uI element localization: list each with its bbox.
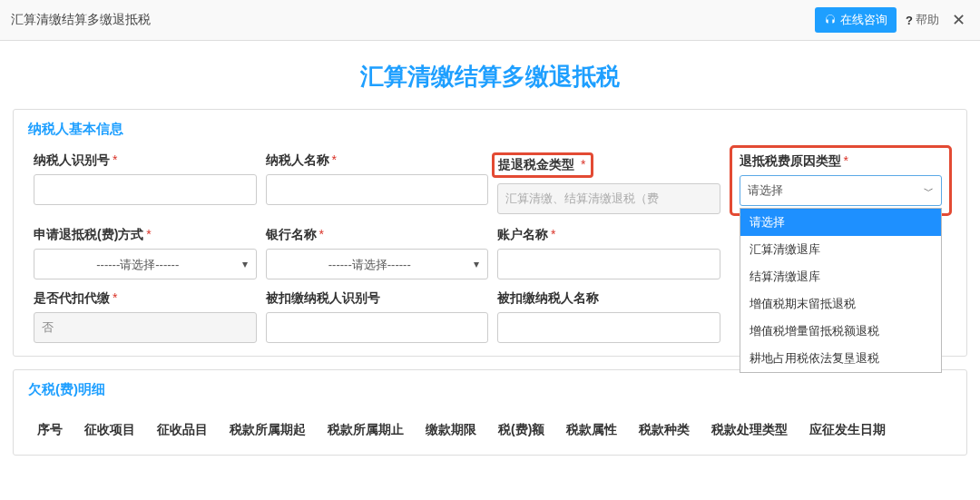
th-levy-item: 征收项目 — [74, 417, 146, 444]
refund-reason-dropdown: 请选择 汇算清缴退库 结算清缴退库 增值税期末留抵退税 增值税增量留抵税额退税 … — [740, 208, 943, 373]
dropdown-option[interactable]: 请选择 — [740, 209, 942, 236]
bank-name-select[interactable]: ------请选择------ — [266, 249, 489, 279]
question-mark-icon: ? — [906, 14, 913, 27]
th-period-end: 税款所属期止 — [317, 417, 415, 444]
withhold-id-label: 被扣缴纳税人识别号 — [266, 290, 489, 307]
refund-tax-type-label: 提退税金类型 * — [492, 152, 593, 178]
withhold-name-input[interactable] — [497, 312, 720, 343]
refund-reason-type-col: 退抵税费原因类型* 请选择 ﹀ 请选择 汇算清缴退库 结算清缴退库 增值税期末留… — [730, 152, 953, 216]
form-row-1: 纳税人识别号* 纳税人名称* 提退税金类型 * 退抵税费原因类型* 请选择 ﹀ … — [14, 147, 966, 221]
titlebar-actions: 在线咨询 ? 帮助 ✕ — [815, 7, 969, 33]
headset-icon — [824, 14, 837, 26]
close-icon[interactable]: ✕ — [948, 10, 969, 30]
th-serial: 序号 — [26, 417, 74, 444]
help-label: 帮助 — [916, 12, 939, 28]
th-period-start: 税款所属期起 — [219, 417, 317, 444]
chevron-down-icon: ﹀ — [924, 184, 934, 198]
online-consult-label: 在线咨询 — [840, 12, 887, 28]
refund-reason-type-select[interactable]: 请选择 ﹀ — [740, 175, 943, 206]
th-levy-category: 征收品目 — [146, 417, 219, 444]
modal-title: 汇算清缴结算多缴退抵税 — [11, 12, 151, 28]
bank-name-col: 银行名称* ------请选择------ — [266, 227, 489, 279]
dropdown-option[interactable]: 耕地占用税依法复垦退税 — [740, 345, 942, 372]
th-process-type: 税款处理类型 — [701, 417, 799, 444]
is-withhold-input — [34, 312, 257, 343]
taxpayer-name-input[interactable] — [266, 174, 489, 205]
th-payment-due: 缴款期限 — [415, 417, 487, 444]
is-withhold-label: 是否代扣代缴* — [34, 290, 257, 307]
withhold-id-input[interactable] — [266, 312, 489, 343]
th-levy-date: 应征发生日期 — [799, 417, 897, 444]
page-title: 汇算清缴结算多缴退抵税 — [0, 41, 980, 109]
basic-info-panel: 纳税人基本信息 纳税人识别号* 纳税人名称* 提退税金类型 * 退抵税费原因类型… — [13, 109, 967, 357]
account-name-label: 账户名称* — [497, 227, 720, 243]
taxpayer-id-input[interactable] — [34, 174, 257, 205]
refund-reason-highlight: 退抵税费原因类型* 请选择 ﹀ 请选择 汇算清缴退库 结算清缴退库 增值税期末留… — [730, 145, 953, 216]
dropdown-option[interactable]: 汇算清缴退库 — [740, 236, 942, 263]
th-tax-attr: 税款属性 — [555, 417, 628, 444]
th-tax-kind: 税款种类 — [628, 417, 701, 444]
titlebar: 汇算清缴结算多缴退抵税 在线咨询 ? 帮助 ✕ — [0, 0, 980, 41]
is-withhold-col: 是否代扣代缴* — [34, 290, 257, 343]
taxpayer-id-col: 纳税人识别号* — [34, 152, 257, 216]
taxpayer-id-label: 纳税人识别号* — [34, 152, 257, 169]
refund-reason-type-label: 退抵税费原因类型* — [740, 153, 943, 170]
apply-method-select[interactable]: ------请选择------ — [34, 249, 257, 279]
taxpayer-name-col: 纳税人名称* — [266, 152, 489, 216]
dropdown-option[interactable]: 结算清缴退库 — [740, 263, 942, 290]
basic-info-title: 纳税人基本信息 — [14, 110, 966, 147]
withhold-name-label: 被扣缴纳税人名称 — [497, 290, 720, 307]
dropdown-option[interactable]: 增值税期末留抵退税 — [740, 290, 942, 318]
apply-method-col: 申请退抵税(费)方式* ------请选择------ — [34, 227, 257, 279]
account-name-col: 账户名称* — [497, 227, 720, 279]
taxpayer-name-label: 纳税人名称* — [266, 152, 489, 169]
refund-tax-type-col: 提退税金类型 * — [497, 152, 720, 216]
apply-method-label: 申请退抵税(费)方式* — [34, 227, 257, 243]
dropdown-option[interactable]: 增值税增量留抵税额退税 — [740, 318, 942, 345]
withhold-id-col: 被扣缴纳税人识别号 — [266, 290, 489, 343]
details-table-header: 序号 征收项目 征收品目 税款所属期起 税款所属期止 缴款期限 税(费)额 税款… — [14, 407, 966, 455]
refund-reason-placeholder: 请选择 — [748, 182, 783, 199]
tax-details-title: 欠税(费)明细 — [14, 370, 966, 407]
th-tax-amount: 税(费)额 — [487, 417, 555, 444]
refund-tax-type-input — [497, 183, 720, 214]
help-button[interactable]: ? 帮助 — [906, 12, 939, 28]
bank-name-label: 银行名称* — [266, 227, 489, 243]
withhold-name-col: 被扣缴纳税人名称 — [497, 290, 720, 343]
account-name-input[interactable] — [497, 249, 720, 279]
tax-details-panel: 欠税(费)明细 序号 征收项目 征收品目 税款所属期起 税款所属期止 缴款期限 … — [13, 369, 967, 456]
online-consult-button[interactable]: 在线咨询 — [815, 7, 897, 33]
